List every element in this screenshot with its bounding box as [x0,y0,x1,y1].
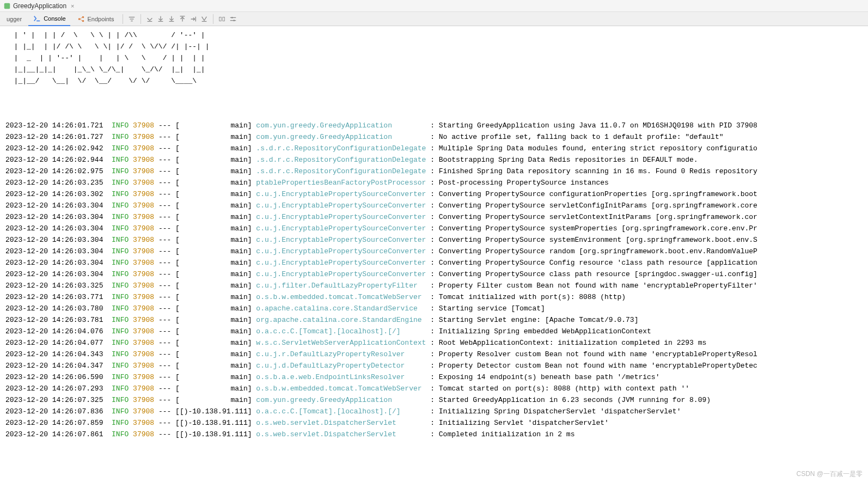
window-title: GreedyApplication [13,2,66,10]
log-line: 2023-12-20 14:26:03.781 INFO 37908 --- [… [5,314,866,326]
endpoints-icon [77,15,85,23]
log-line: 2023-12-20 14:26:07.293 INFO 37908 --- [… [5,383,866,394]
svg-point-24 [234,20,235,21]
log-line: 2023-12-20 14:26:04.347 INFO 37908 --- [… [5,360,866,371]
svg-line-5 [80,17,82,19]
soft-wrap-icon[interactable] [218,15,227,23]
tab-console[interactable]: Console [28,12,70,26]
log-line: 2023-12-20 14:26:02.944 INFO 37908 --- [… [5,154,866,166]
scroll-end-icon[interactable] [145,15,154,23]
ascii-banner: | ' | | | / \ \ \ | | /\\ / '--' | | |_|… [5,29,866,87]
log-line: 2023-12-20 14:26:04.076 INFO 37908 --- [… [5,326,866,337]
settings-icon[interactable] [229,15,237,23]
upload-icon[interactable] [178,15,187,23]
svg-point-3 [82,16,84,18]
log-line: 2023-12-20 14:26:07.859 INFO 37908 --- [… [5,417,866,429]
export-icon[interactable] [189,15,198,23]
toolbar-separator [140,14,141,24]
log-line: 2023-12-20 14:26:03.304 INFO 37908 --- [… [5,211,866,223]
log-line: 2023-12-20 14:26:06.590 INFO 37908 --- [… [5,371,866,383]
download-icon[interactable] [156,15,165,23]
tab-console-label: Console [44,15,65,22]
log-line: 2023-12-20 14:26:02.942 INFO 37908 --- [… [5,143,866,154]
log-line: 2023-12-20 14:26:07.861 INFO 37908 --- [… [5,429,866,440]
svg-rect-19 [219,17,222,21]
log-line: 2023-12-20 14:26:03.780 INFO 37908 --- [… [5,303,866,314]
svg-line-6 [80,19,82,21]
tab-debugger-label: ugger [7,16,22,22]
log-line: 2023-12-20 14:26:07.836 INFO 37908 --- [… [5,406,866,417]
close-tab-icon[interactable]: × [71,3,74,9]
log-line: 2023-12-20 14:26:04.343 INFO 37908 --- [… [5,349,866,360]
app-icon [3,2,11,10]
log-line: 2023-12-20 14:26:03.304 INFO 37908 --- [… [5,200,866,211]
download2-icon[interactable] [167,15,176,23]
svg-rect-20 [223,17,225,21]
clear-icon[interactable] [200,15,209,23]
tab-endpoints-label: Endpoints [88,16,114,22]
toolbar-separator [213,14,213,24]
log-line: 2023-12-20 14:26:03.304 INFO 37908 --- [… [5,246,866,257]
toolbar-separator [123,14,123,24]
title-bar: GreedyApplication × [0,0,868,12]
filter-icon[interactable] [127,15,136,23]
log-line: 2023-12-20 14:26:04.077 INFO 37908 --- [… [5,337,866,349]
log-line: 2023-12-20 14:26:02.975 INFO 37908 --- [… [5,166,866,177]
console-icon [33,14,41,23]
tab-endpoints[interactable]: Endpoints [72,12,119,26]
console-output[interactable]: | ' | | | / \ \ \ | | /\\ / '--' | | |_|… [0,26,868,443]
log-line: 2023-12-20 14:26:03.235 INFO 37908 --- [… [5,177,866,188]
log-line: 2023-12-20 14:26:03.325 INFO 37908 --- [… [5,280,866,291]
log-line: 2023-12-20 14:26:03.304 INFO 37908 --- [… [5,257,866,269]
watermark: CSDN @一百减一是零 [796,469,863,479]
log-line: 2023-12-20 14:26:03.302 INFO 37908 --- [… [5,188,866,200]
toolbar: ugger Console Endpoints [0,12,868,26]
log-line: 2023-12-20 14:26:01.727 INFO 37908 --- [… [5,131,866,143]
log-line: 2023-12-20 14:26:07.325 INFO 37908 --- [… [5,394,866,406]
log-line: 2023-12-20 14:26:03.771 INFO 37908 --- [… [5,291,866,303]
svg-rect-0 [4,3,10,9]
log-line: 2023-12-20 14:26:03.304 INFO 37908 --- [… [5,223,866,234]
svg-point-4 [82,20,84,22]
svg-point-23 [231,17,233,19]
svg-point-2 [78,18,80,20]
log-line: 2023-12-20 14:26:03.304 INFO 37908 --- [… [5,269,866,280]
tab-debugger[interactable]: ugger [2,12,26,26]
log-line: 2023-12-20 14:26:03.304 INFO 37908 --- [… [5,234,866,246]
log-line: 2023-12-20 14:26:01.721 INFO 37908 --- [… [5,120,866,131]
